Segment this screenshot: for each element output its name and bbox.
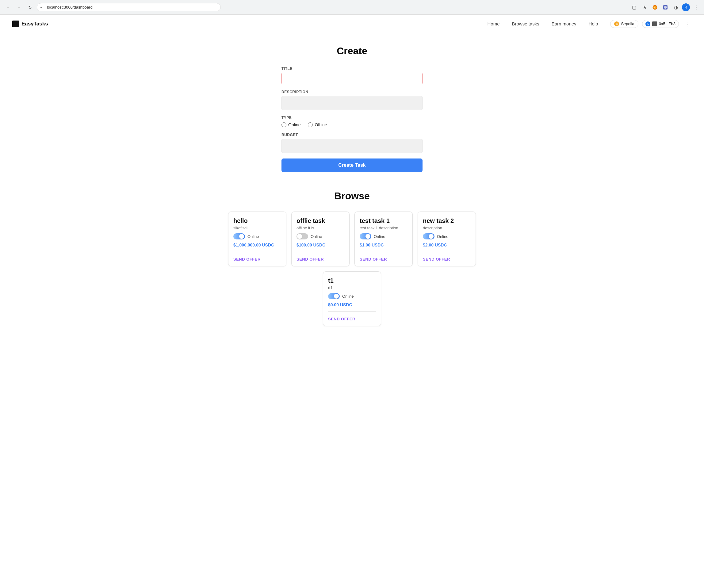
budget-group: BUDGET: [282, 133, 422, 153]
card-budget: $1.00 USDC: [360, 242, 408, 247]
app-header: EasyTasks Home Browse tasks Earn money H…: [0, 15, 704, 33]
url-text: localhost:3000/dashboard: [47, 5, 93, 9]
wallet-badge[interactable]: K 0x5...Fb3: [642, 20, 679, 28]
card-type-label: Online: [374, 234, 386, 239]
screenshot-button[interactable]: ▢: [630, 3, 638, 12]
create-title: Create: [220, 45, 484, 57]
radio-online[interactable]: Online: [282, 122, 300, 127]
task-card: new task 2 description Online $2.00 USDC…: [418, 212, 476, 267]
extension-fox-button[interactable]: [651, 3, 659, 12]
card-title: test task 1: [360, 217, 408, 224]
card-description: description: [423, 226, 471, 230]
task-card: offlie task offline it is Online $100.00…: [291, 212, 350, 267]
create-section: Create TITLE DESCRIPTION TYPE Online: [220, 45, 484, 172]
wallet-label: 0x5...Fb3: [659, 21, 676, 26]
nav-help[interactable]: Help: [589, 21, 598, 26]
type-toggle[interactable]: [296, 233, 308, 239]
card-type-label: Online: [247, 234, 259, 239]
logo-icon: [12, 20, 19, 27]
card-description: offline it is: [296, 226, 344, 230]
description-input[interactable]: [282, 96, 422, 110]
main-content: Create TITLE DESCRIPTION TYPE Online: [214, 33, 490, 345]
extensions-button[interactable]: ◑: [671, 3, 680, 12]
card-title: t1: [328, 277, 376, 284]
nav-links: Home Browse tasks Earn money Help: [487, 21, 598, 26]
sepolia-badge[interactable]: S Sepolia: [610, 20, 638, 28]
address-bar[interactable]: ● localhost:3000/dashboard: [37, 3, 221, 11]
radio-offline-label: Offline: [314, 122, 327, 127]
card-title: new task 2: [423, 217, 471, 224]
toggle-knob: [334, 294, 339, 299]
logo-text: EasyTasks: [21, 21, 48, 27]
sepolia-label: Sepolia: [621, 21, 634, 26]
extension-cube-button[interactable]: [661, 3, 670, 12]
send-offer-button[interactable]: SEND OFFER: [233, 257, 260, 261]
reload-button[interactable]: ↻: [26, 3, 34, 12]
toggle-knob: [297, 234, 302, 239]
forward-button[interactable]: →: [15, 3, 23, 12]
logo-area: EasyTasks: [12, 20, 48, 27]
header-menu-dots[interactable]: ⋮: [683, 20, 692, 28]
bookmark-button[interactable]: ★: [640, 3, 649, 12]
card-divider: [360, 252, 408, 252]
send-offer-button[interactable]: SEND OFFER: [360, 257, 387, 261]
budget-label: BUDGET: [282, 133, 422, 137]
type-toggle[interactable]: [233, 233, 245, 239]
card-description: slkdfjsdl: [233, 226, 281, 230]
title-label: TITLE: [282, 66, 422, 71]
profile-avatar[interactable]: K: [682, 3, 690, 11]
toggle-knob: [239, 234, 244, 239]
nav-home[interactable]: Home: [487, 21, 500, 26]
card-type-row: Online: [296, 233, 344, 239]
menu-button[interactable]: ⋮: [692, 3, 700, 12]
nav-browse-tasks[interactable]: Browse tasks: [512, 21, 539, 26]
card-divider: [296, 252, 344, 252]
radio-offline-input[interactable]: [308, 122, 313, 127]
browse-section: Browse hello slkdfjsdl Online $1,000,000…: [220, 190, 484, 326]
card-type-label: Online: [437, 234, 449, 239]
toggle-knob: [365, 234, 370, 239]
title-input[interactable]: [282, 73, 422, 84]
card-type-row: Online: [423, 233, 471, 239]
nav-earn-money[interactable]: Earn money: [551, 21, 577, 26]
type-toggle[interactable]: [423, 233, 434, 239]
card-budget: $0.00 USDC: [328, 302, 376, 307]
budget-input[interactable]: [282, 139, 422, 153]
wallet-k-icon: K: [645, 21, 650, 26]
card-budget: $1,000,000.00 USDC: [233, 242, 281, 247]
card-type-row: Online: [233, 233, 281, 239]
card-title: hello: [233, 217, 281, 224]
description-label: DESCRIPTION: [282, 90, 422, 94]
radio-online-label: Online: [288, 122, 300, 127]
description-group: DESCRIPTION: [282, 90, 422, 110]
task-card: hello slkdfjsdl Online $1,000,000.00 USD…: [228, 212, 286, 267]
card-divider: [233, 252, 281, 252]
back-button[interactable]: ←: [4, 3, 12, 12]
toggle-knob: [429, 234, 433, 239]
radio-online-input[interactable]: [282, 122, 286, 127]
card-description: d1: [328, 285, 376, 290]
type-toggle[interactable]: [360, 233, 371, 239]
task-card: test task 1 test task 1 description Onli…: [354, 212, 413, 267]
card-title: offlie task: [296, 217, 344, 224]
card-divider: [423, 252, 471, 252]
app-wrapper: EasyTasks Home Browse tasks Earn money H…: [0, 15, 704, 588]
wallet-box-icon: [652, 21, 657, 26]
sepolia-dot: S: [614, 21, 619, 26]
send-offer-button[interactable]: SEND OFFER: [328, 317, 355, 321]
card-divider: [328, 311, 376, 312]
browser-actions: ▢ ★ ◑ K ⋮: [630, 3, 700, 12]
card-type-label: Online: [342, 294, 354, 299]
card-type-row: Online: [328, 293, 376, 299]
radio-offline[interactable]: Offline: [308, 122, 327, 127]
send-offer-button[interactable]: SEND OFFER: [296, 257, 324, 261]
type-group: TYPE Online Offline: [282, 116, 422, 127]
create-task-button[interactable]: Create Task: [282, 159, 422, 172]
task-card: t1 d1 Online $0.00 USDC SEND OFFER: [323, 271, 381, 326]
nav-right: S Sepolia K 0x5...Fb3 ⋮: [610, 20, 692, 28]
send-offer-button[interactable]: SEND OFFER: [423, 257, 450, 261]
type-toggle[interactable]: [328, 293, 340, 299]
type-label: TYPE: [282, 116, 422, 120]
browser-chrome: ← → ↻ ● localhost:3000/dashboard ▢ ★ ◑ K…: [0, 0, 704, 15]
radio-options: Online Offline: [282, 122, 422, 127]
